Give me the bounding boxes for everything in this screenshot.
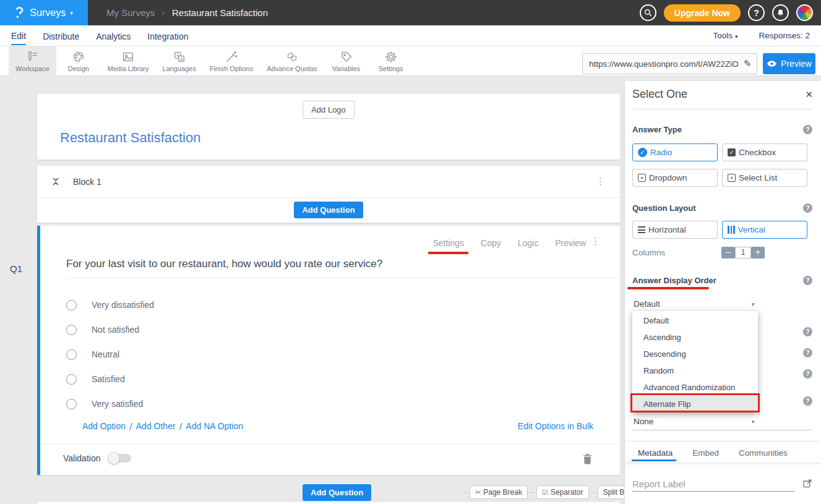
answer-option[interactable]: Very satisfied xyxy=(66,391,154,416)
columns-decrement-button[interactable]: − xyxy=(721,247,735,258)
answer-type-help-icon[interactable]: ? xyxy=(803,125,812,134)
toolbar-settings[interactable]: Settings xyxy=(369,46,413,76)
toolbar-languages[interactable]: ✶A Languages xyxy=(155,46,202,76)
translate-icon: ✶A xyxy=(173,50,186,64)
radio-icon[interactable] xyxy=(66,349,77,360)
question-tab-settings[interactable]: Settings xyxy=(432,238,464,248)
edit-options-in-bulk-link[interactable]: Edit Options in Bulk xyxy=(518,421,593,431)
toolbar-label: Languages xyxy=(162,65,196,72)
add-other-link[interactable]: Add Other xyxy=(136,421,176,431)
question-tab-copy[interactable]: Copy xyxy=(481,238,501,248)
menu-item-alternate-flip[interactable]: Alternate Flip xyxy=(632,396,758,412)
question-menu-icon[interactable]: ⋮ xyxy=(591,237,600,246)
menu-item-default[interactable]: Default xyxy=(632,312,758,329)
panel-tab-embed[interactable]: Embed xyxy=(692,448,719,463)
toolbar-label: Workspace xyxy=(15,65,49,72)
select-caret-icon[interactable]: ▾ xyxy=(752,301,755,307)
annotation-underline-settings xyxy=(428,252,468,254)
expand-report-label-icon[interactable] xyxy=(802,479,812,491)
preview-button[interactable]: Preview xyxy=(763,53,815,74)
question-layout-help-icon[interactable]: ? xyxy=(803,203,812,213)
user-avatar[interactable] xyxy=(796,4,813,21)
answer-option[interactable]: Not satisfied xyxy=(66,317,154,342)
question-tab-preview[interactable]: Preview xyxy=(555,238,586,248)
radio-icon[interactable] xyxy=(66,300,77,310)
toolbar-media-library[interactable]: Media Library xyxy=(101,46,156,76)
layout-horizontal[interactable]: Horizontal xyxy=(632,221,718,239)
radio-icon[interactable] xyxy=(66,374,77,385)
responses-count[interactable]: Responses: 2 xyxy=(759,31,810,40)
help-icon: ? xyxy=(754,8,759,18)
type-label: Checkbox xyxy=(739,148,776,157)
answer-option[interactable]: Very dissatisfied xyxy=(66,293,154,317)
editor-toolbar: Workspace Design Media Library ✶A Langua… xyxy=(0,46,821,76)
edit-url-icon[interactable]: ✎ xyxy=(738,58,757,69)
product-switcher[interactable]: Surveys ▾ xyxy=(0,0,88,25)
layout-vertical[interactable]: Vertical xyxy=(722,221,807,239)
add-question-button-bottom[interactable]: Add Question xyxy=(303,484,371,501)
question-tab-logic[interactable]: Logic xyxy=(518,238,538,248)
answer-type-select-list[interactable]: ▾Select List xyxy=(722,169,807,187)
add-question-button-top[interactable]: Add Question xyxy=(294,202,363,218)
secondary-select[interactable]: None xyxy=(634,417,653,426)
answer-display-order-select[interactable]: Default xyxy=(634,299,660,309)
toolbar-variables[interactable]: Variables xyxy=(324,46,369,76)
layout-label: Horizontal xyxy=(648,225,686,234)
toolbar-advance-quotas[interactable]: Advance Quotas xyxy=(260,46,324,76)
separator-button[interactable]: ☑Separator xyxy=(536,485,589,499)
menu-item-descending[interactable]: Descending xyxy=(632,346,758,362)
answer-type-radio[interactable]: ✓Radio xyxy=(632,143,718,161)
answer-type-dropdown[interactable]: ▾Dropdown xyxy=(632,169,718,187)
toggle-knob xyxy=(108,452,120,464)
block-menu-icon[interactable]: ⋮ xyxy=(596,177,605,186)
page-break-button[interactable]: ✂Page Break xyxy=(470,485,528,499)
page-break-label: Page Break xyxy=(483,488,522,497)
add-option-link[interactable]: Add Option xyxy=(82,421,126,431)
block-title[interactable]: Block 1 xyxy=(73,177,101,187)
select-caret-icon[interactable]: ▾ xyxy=(752,419,755,425)
toolbar-workspace[interactable]: Workspace xyxy=(9,46,56,76)
question-text[interactable]: For your last visit to our restaurant, h… xyxy=(66,258,382,270)
columns-value[interactable]: 1 xyxy=(735,247,751,258)
questionpro-logo-icon xyxy=(15,7,24,19)
report-label-input[interactable] xyxy=(632,477,795,492)
help-button[interactable]: ? xyxy=(748,4,765,21)
radio-icon[interactable] xyxy=(66,325,77,335)
search-button[interactable] xyxy=(640,4,656,21)
validation-toggle[interactable] xyxy=(109,454,131,463)
collapse-block-icon[interactable] xyxy=(52,177,59,186)
close-panel-icon[interactable]: ✕ xyxy=(805,89,813,100)
answer-display-order-help-icon[interactable]: ? xyxy=(803,276,812,285)
add-logo-button[interactable]: Add Logo xyxy=(303,101,355,119)
tab-analytics[interactable]: Analytics xyxy=(96,27,131,45)
hidden-setting-help-icon[interactable]: ? xyxy=(803,396,812,406)
columns-increment-button[interactable]: + xyxy=(751,247,765,258)
toolbar-finish-options[interactable]: Finish Options xyxy=(203,46,260,76)
breadcrumb-my-surveys[interactable]: My Surveys xyxy=(106,7,155,18)
type-label: Radio xyxy=(650,148,672,157)
menu-item-advanced-randomization[interactable]: Advanced Randomization xyxy=(632,379,758,396)
answer-type-checkbox[interactable]: ✓Checkbox xyxy=(722,143,807,161)
survey-url-box: https://www.questionpro.com/t/AW22ZiOG ✎ xyxy=(582,53,757,74)
hidden-setting-help-icon[interactable]: ? xyxy=(803,327,812,336)
upgrade-now-button[interactable]: Upgrade Now xyxy=(664,4,741,22)
tab-integration[interactable]: Integration xyxy=(147,27,188,45)
panel-tab-communities[interactable]: Communities xyxy=(739,448,788,463)
delete-question-button[interactable] xyxy=(583,453,592,467)
preview-label: Preview xyxy=(781,59,812,69)
tab-distribute[interactable]: Distribute xyxy=(43,27,79,45)
add-na-option-link[interactable]: Add NA Option xyxy=(186,421,243,431)
tab-edit[interactable]: Edit xyxy=(11,27,26,45)
hidden-setting-help-icon[interactable]: ? xyxy=(803,348,812,357)
hidden-setting-help-icon[interactable]: ? xyxy=(803,369,812,378)
survey-url[interactable]: https://www.questionpro.com/t/AW22ZiOG xyxy=(583,59,738,69)
tools-menu[interactable]: Tools▾ xyxy=(713,31,737,40)
notifications-button[interactable] xyxy=(772,4,789,21)
survey-title[interactable]: Restaurant Satisfaction xyxy=(60,130,200,146)
menu-item-random[interactable]: Random xyxy=(632,362,758,379)
radio-icon[interactable] xyxy=(66,399,77,409)
answer-option[interactable]: Satisfied xyxy=(66,367,154,391)
menu-item-ascending[interactable]: Ascending xyxy=(632,329,758,346)
toolbar-design[interactable]: Design xyxy=(56,46,101,76)
answer-option[interactable]: Neutral xyxy=(66,342,154,367)
